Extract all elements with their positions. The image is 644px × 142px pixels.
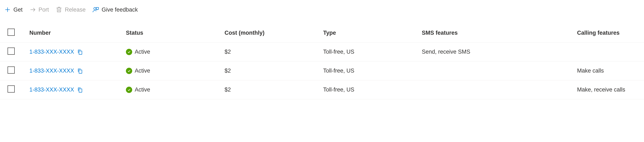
copy-icon[interactable] [77, 87, 83, 93]
number-link[interactable]: 1-833-XXX-XXXX [30, 68, 74, 74]
trash-icon [56, 6, 62, 13]
arrow-right-icon [30, 6, 36, 13]
table-header-row: Number Status Cost (monthly) Type SMS fe… [0, 24, 644, 43]
release-button[interactable]: Release [56, 6, 86, 13]
svg-rect-6 [79, 51, 82, 54]
number-link[interactable]: 1-833-XXX-XXXX [30, 86, 74, 93]
type-text: Toll-free, US [323, 68, 422, 74]
sms-text: Send, receive SMS [422, 49, 577, 55]
get-label: Get [14, 7, 23, 13]
plus-icon [4, 6, 11, 13]
number-link[interactable]: 1-833-XXX-XXXX [30, 49, 74, 55]
select-all-checkbox[interactable] [8, 29, 15, 36]
check-circle-icon [126, 49, 132, 55]
row-checkbox[interactable] [8, 48, 15, 55]
cost-text: $2 [224, 68, 323, 74]
col-calling[interactable]: Calling features [577, 30, 644, 36]
col-type[interactable]: Type [323, 30, 422, 36]
feedback-button[interactable]: Give feedback [92, 6, 138, 13]
col-status[interactable]: Status [126, 30, 224, 36]
type-text: Toll-free, US [323, 49, 422, 55]
status-text: Active [135, 86, 150, 93]
table-row: 1-833-XXX-XXXX Active $2 Toll-free, US S… [0, 43, 644, 61]
table-row: 1-833-XXX-XXXX Active $2 Toll-free, US M… [0, 80, 644, 99]
table-row: 1-833-XXX-XXXX Active $2 Toll-free, US M… [0, 61, 644, 80]
svg-rect-7 [79, 70, 82, 73]
svg-point-5 [94, 7, 96, 10]
type-text: Toll-free, US [323, 86, 422, 93]
status-text: Active [135, 49, 150, 55]
row-checkbox[interactable] [8, 66, 15, 74]
get-button[interactable]: Get [4, 6, 23, 13]
calling-text: Make, receive calls [577, 86, 644, 93]
check-circle-icon [126, 68, 132, 74]
check-circle-icon [126, 87, 132, 93]
calling-text: Make calls [577, 68, 644, 74]
cost-text: $2 [224, 49, 323, 55]
port-button[interactable]: Port [30, 6, 49, 13]
col-cost[interactable]: Cost (monthly) [224, 30, 323, 36]
numbers-table: Number Status Cost (monthly) Type SMS fe… [0, 24, 644, 99]
toolbar: Get Port Release Give feedback [0, 0, 644, 24]
col-number[interactable]: Number [30, 30, 126, 36]
cost-text: $2 [224, 86, 323, 93]
release-label: Release [65, 7, 86, 13]
row-checkbox[interactable] [8, 85, 15, 93]
copy-icon[interactable] [77, 49, 83, 55]
status-text: Active [135, 68, 150, 74]
copy-icon[interactable] [77, 68, 83, 74]
port-label: Port [38, 7, 49, 13]
feedback-icon [92, 6, 99, 13]
feedback-label: Give feedback [102, 7, 138, 13]
svg-rect-8 [79, 89, 82, 92]
col-sms[interactable]: SMS features [422, 30, 577, 36]
